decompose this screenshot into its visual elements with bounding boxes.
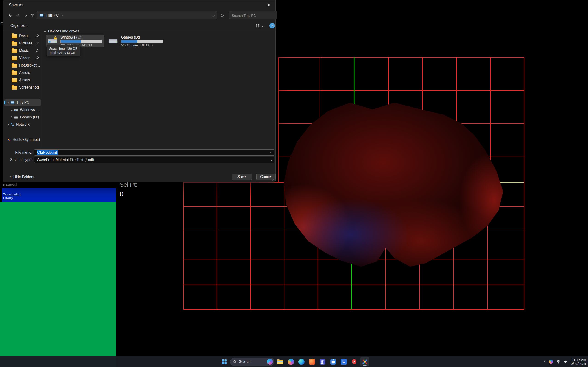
sidebar-item-hot3dxsymmetri[interactable]: Hot3dxSymmetri xyxy=(4,136,41,143)
help-button[interactable]: ? xyxy=(269,23,275,28)
save-as-type-select[interactable]: WaveFront Material File Text (*.mtl) xyxy=(34,157,275,163)
group-header-devices-and-drives[interactable]: Devices and drives xyxy=(44,29,79,33)
wifi-icon[interactable] xyxy=(556,360,561,364)
windows-logo-icon xyxy=(221,359,227,365)
tray-app-icon[interactable] xyxy=(549,360,553,364)
folder-icon xyxy=(12,86,17,90)
search-placeholder: Search xyxy=(239,360,265,364)
sidebar-item-network[interactable]: Network xyxy=(4,121,41,128)
folder-icon xyxy=(12,49,17,53)
blue-panel: Trademarks | Privacy xyxy=(2,188,116,202)
search-input[interactable] xyxy=(232,14,277,17)
grid-view-icon xyxy=(256,24,259,28)
refresh-icon xyxy=(221,13,225,17)
hide-folders-button[interactable]: Hide Folders xyxy=(8,174,36,180)
save-as-type-dropdown-icon[interactable] xyxy=(270,159,272,161)
folder-icon xyxy=(12,42,17,46)
edge-button[interactable] xyxy=(297,357,306,366)
expand-icon[interactable] xyxy=(10,109,12,111)
expand-icon[interactable] xyxy=(7,124,9,125)
sidebar-item-pictures[interactable]: Pictures xyxy=(4,40,41,47)
sidebar-item-this-pc[interactable]: This PC xyxy=(4,99,41,106)
teams-icon xyxy=(320,359,326,365)
up-icon xyxy=(30,13,34,17)
app-icon xyxy=(7,138,11,142)
folder-icon xyxy=(12,64,17,68)
breadcrumb-chevron-icon[interactable] xyxy=(61,14,63,17)
capacity-bar-fill xyxy=(121,40,137,43)
store-button[interactable] xyxy=(329,357,338,366)
refresh-button[interactable] xyxy=(219,12,226,19)
view-options-button[interactable] xyxy=(254,23,265,29)
file-name-input[interactable]: ObjNode.mtl xyxy=(34,149,275,156)
drive-tooltip: Space free: 480 GB Total size: 943 GB xyxy=(47,45,80,56)
volume-icon[interactable] xyxy=(564,360,568,364)
sel-pt-value: 0 xyxy=(120,190,137,198)
start-button[interactable] xyxy=(220,357,229,366)
back-button[interactable] xyxy=(7,12,14,19)
chevron-down-icon xyxy=(261,25,263,27)
sidebar-item-music[interactable]: Music xyxy=(4,47,41,54)
pin-icon xyxy=(36,34,39,38)
app-orange-button[interactable] xyxy=(307,357,317,366)
address-bar[interactable]: This PC xyxy=(36,11,217,19)
search-box[interactable] xyxy=(229,11,277,19)
pin-icon xyxy=(36,56,39,60)
drive-c-icon xyxy=(48,36,58,46)
this-pc-icon xyxy=(10,100,15,105)
trademarks-link[interactable]: Trademarks | xyxy=(3,193,116,196)
close-button[interactable] xyxy=(262,0,275,9)
desktop: { "app": { "partial_left_char": "C", "co… xyxy=(0,0,588,367)
address-history-icon[interactable] xyxy=(212,14,214,17)
group-title: Devices and drives xyxy=(48,29,79,33)
pin-icon xyxy=(36,42,39,45)
back-icon xyxy=(8,13,12,17)
dialog-sidebar: Documents Pictures Music Videos Hot3dxRo… xyxy=(3,32,42,143)
hidden-icons-chevron[interactable] xyxy=(544,361,546,363)
chevron-up-icon xyxy=(10,176,11,178)
security-button[interactable] xyxy=(350,357,359,366)
hot3dx-app-button[interactable] xyxy=(360,357,369,366)
chevron-down-icon xyxy=(24,14,27,16)
save-as-type-label: Save as type: xyxy=(5,158,32,162)
drive-tile-games-d[interactable]: Games (D:) 567 GB free of 931 GB xyxy=(107,35,164,47)
folder-icon xyxy=(12,78,17,82)
sidebar-item-assets-2[interactable]: Assets xyxy=(4,76,41,84)
taskbar-search[interactable]: Search xyxy=(230,358,274,366)
capacity-bar-fill xyxy=(61,40,81,43)
teams-button[interactable] xyxy=(318,357,327,366)
taskbar-clock[interactable]: 11:47 AM 9/23/2025 xyxy=(571,358,586,366)
file-explorer-icon xyxy=(277,359,284,365)
recent-locations-button[interactable] xyxy=(22,12,29,19)
drive-name: Windows (C:) xyxy=(61,35,102,40)
expand-icon[interactable] xyxy=(7,102,9,103)
expand-icon[interactable] xyxy=(10,116,12,118)
breadcrumb-this-pc[interactable]: This PC xyxy=(46,13,59,17)
resize-grip[interactable] xyxy=(272,178,275,181)
drive-name: Games (D:) xyxy=(121,35,163,40)
sidebar-item-screenshots[interactable]: Screenshots xyxy=(4,84,41,91)
file-name-dropdown-icon[interactable] xyxy=(270,151,272,153)
sidebar-item-assets-1[interactable]: Assets xyxy=(4,69,41,76)
sidebar-item-games-d[interactable]: Games (D:) xyxy=(4,114,41,121)
app-l-button[interactable]: L xyxy=(339,357,348,366)
organize-button[interactable]: Organize xyxy=(8,22,31,29)
sidebar-item-documents[interactable]: Documents xyxy=(4,32,41,40)
collapse-icon xyxy=(44,30,46,32)
file-explorer-button[interactable] xyxy=(276,357,285,366)
copilot-button[interactable] xyxy=(286,357,295,366)
sidebar-item-videos[interactable]: Videos xyxy=(4,54,41,62)
save-button[interactable]: Save xyxy=(232,174,252,180)
sidebar-item-hot3dxrotodraw[interactable]: Hot3dxRotoDraw xyxy=(4,62,41,69)
privacy-link[interactable]: Privacy xyxy=(3,196,116,200)
forward-button[interactable] xyxy=(15,12,21,19)
up-button[interactable] xyxy=(29,12,36,19)
divider xyxy=(3,31,275,31)
hot3dx-app-icon xyxy=(362,359,368,365)
network-icon xyxy=(10,123,14,127)
drive-free-space: 567 GB free of 931 GB xyxy=(121,44,163,47)
pin-icon xyxy=(36,49,39,52)
drive-d-icon xyxy=(108,36,119,46)
dialog-titlebar[interactable]: Save As xyxy=(3,0,275,9)
sidebar-item-windows-c[interactable]: Windows (C:) xyxy=(4,106,41,114)
